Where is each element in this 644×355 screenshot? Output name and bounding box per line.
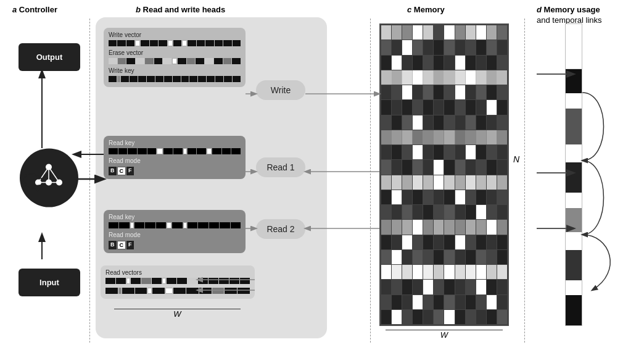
w-label-heads: W [108,309,247,319]
memory-row [381,190,507,204]
read-vectors-panel: Read vectors [101,265,255,299]
memory-row [381,220,507,234]
memory-row [381,280,507,294]
memory-row [381,100,507,114]
read-head-1-panel: Read key Read mode B C F [104,136,246,179]
read1-button: Read 1 [256,157,305,177]
read-head-2-panel: Read key Read mode B C F [104,210,246,253]
erase-vector-label: Erase vector [109,49,241,56]
divider-2 [370,19,371,343]
read-mode-1-label: Read mode [109,157,241,164]
memory-row [381,56,507,70]
write-vector-label: Write vector [109,31,241,38]
input-box: Input [19,269,80,296]
section-c-label: c Memory [407,5,445,14]
memory-grid-container [379,23,509,326]
memory-row [381,115,507,130]
divider-3 [524,19,525,343]
read-key-2-label: Read key [109,214,241,220]
memory-row [381,250,507,264]
memory-row [381,295,507,309]
main-diagram: a Controller b Read and write heads c Me… [0,0,644,355]
write-head-panel: Write vector Erase vector Write key [104,28,246,87]
read-mode-1-bcf: B C F [109,167,134,175]
write-key-label: Write key [109,67,241,74]
memory-row [381,205,507,219]
output-box: Output [19,43,80,71]
memory-grid [379,23,509,326]
read-mode-2-bcf: B C F [109,241,134,249]
read-key-2-bar [109,222,241,229]
write-vector-bar [109,40,241,47]
write-key-bar [109,75,241,83]
memory-row [381,40,507,54]
section-d-label: d Memory usage and temporal links [537,5,635,26]
memory-row-highlight [381,70,507,85]
write-button: Write [256,80,305,100]
memory-row [381,25,507,40]
usage-bar [565,23,582,326]
read-key-1-label: Read key [109,140,241,146]
read-vectors-bar-2 [105,287,250,294]
neural-network-circle [20,148,78,207]
memory-row [381,175,507,190]
erase-vector-bar [109,57,241,65]
read-mode-2-label: Read mode [109,232,241,238]
section-b-label: b Read and write heads [136,5,225,14]
memory-row [381,85,507,99]
neural-icon [32,161,66,194]
w-label-memory: W [379,330,509,340]
memory-row [381,145,507,159]
memory-row-highlight [381,130,507,144]
read-key-1-bar [109,148,241,155]
memory-row [381,310,507,324]
read2-button: Read 2 [256,219,305,239]
read-vectors-bar-1 [105,277,250,285]
n-label: N [513,154,519,164]
read-vectors-label: Read vectors [105,269,250,276]
memory-row [381,265,507,279]
memory-row [381,160,507,174]
controller-section: Output Input [6,0,93,355]
memory-row [381,235,507,249]
